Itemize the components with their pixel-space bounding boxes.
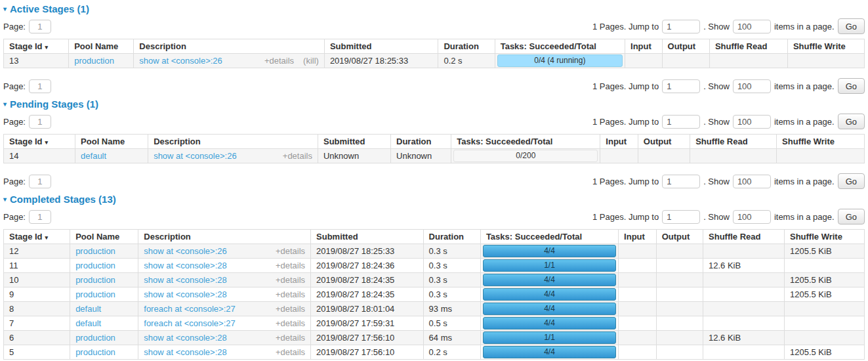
jump-to-page-input[interactable] — [662, 210, 700, 224]
kill-link[interactable]: (kill) — [303, 56, 319, 66]
stage-description-link[interactable]: show at <console>:26 — [154, 151, 236, 161]
page-number-input[interactable] — [29, 175, 51, 188]
jump-to-page-input[interactable] — [662, 20, 700, 33]
input-cell — [619, 345, 657, 360]
pool-name-link[interactable]: production — [74, 56, 114, 66]
stage-description-link[interactable]: show at <console>:28 — [144, 333, 226, 343]
column-header-submitted[interactable]: Submitted — [311, 230, 424, 244]
column-header-duration[interactable]: Duration — [423, 230, 480, 244]
column-header-duration[interactable]: Duration — [438, 39, 495, 54]
go-button[interactable]: Go — [838, 114, 865, 129]
task-progress-bar: 4/4 — [483, 303, 616, 315]
column-header-stage-id[interactable]: Stage Id▾ — [4, 39, 69, 54]
pool-name-link[interactable]: default — [75, 304, 101, 314]
column-header-input[interactable]: Input — [600, 135, 638, 149]
stage-description-link[interactable]: show at <console>:28 — [144, 347, 226, 357]
jump-to-page-input[interactable] — [662, 115, 700, 129]
description-actions: +details — [276, 275, 305, 285]
column-header-shuffle-write[interactable]: Shuffle Write — [784, 230, 864, 244]
stage-description-link[interactable]: foreach at <console>:27 — [144, 318, 236, 328]
pagination-row: Page: 1 Pages. Jump to . Show items in a… — [3, 114, 865, 129]
go-button[interactable]: Go — [838, 18, 865, 34]
jump-to-page-input[interactable] — [662, 79, 700, 93]
items-per-page-input[interactable] — [733, 79, 771, 93]
jump-to-page-input[interactable] — [662, 175, 700, 188]
column-header-submitted[interactable]: Submitted — [324, 39, 438, 54]
details-toggle[interactable]: +details — [264, 56, 294, 66]
pool-name-link[interactable]: production — [75, 347, 115, 357]
pool-name-link[interactable]: production — [75, 246, 115, 256]
details-toggle[interactable]: +details — [276, 275, 305, 285]
column-header-pool-name[interactable]: Pool Name — [75, 135, 148, 149]
column-header-output[interactable]: Output — [656, 230, 703, 244]
details-toggle[interactable]: +details — [276, 289, 305, 299]
column-header-input[interactable]: Input — [625, 39, 663, 54]
items-per-page-input[interactable] — [733, 115, 771, 129]
stage-description-link[interactable]: show at <console>:28 — [144, 289, 226, 299]
column-header-input[interactable]: Input — [619, 230, 657, 244]
details-toggle[interactable]: +details — [276, 333, 305, 343]
column-header-description[interactable]: Description — [138, 230, 311, 244]
pool-name-link[interactable]: production — [75, 289, 115, 299]
column-header-pool-name[interactable]: Pool Name — [69, 39, 134, 54]
column-header-stage-id[interactable]: Stage Id▾ — [4, 230, 70, 244]
column-header-shuffle-read[interactable]: Shuffle Read — [709, 39, 787, 54]
page-number-input[interactable] — [29, 20, 51, 33]
pool-name-link[interactable]: production — [75, 275, 115, 285]
collapse-arrow-icon: ▾ — [3, 100, 7, 108]
pool-name-link[interactable]: default — [75, 318, 101, 328]
column-header-tasks-succeeded-total[interactable]: Tasks: Succeeded/Total — [480, 230, 618, 244]
stage-description-link[interactable]: show at <console>:28 — [144, 275, 226, 285]
items-per-page-input[interactable] — [733, 20, 771, 33]
pool-name-cell: production — [70, 287, 138, 302]
details-toggle[interactable]: +details — [276, 304, 305, 314]
page-number-input[interactable] — [29, 79, 51, 93]
column-header-description[interactable]: Description — [134, 39, 325, 54]
details-toggle[interactable]: +details — [276, 318, 305, 328]
go-button[interactable]: Go — [838, 78, 865, 94]
pool-name-link[interactable]: production — [75, 333, 115, 343]
page-number-input[interactable] — [29, 210, 51, 224]
column-header-shuffle-write[interactable]: Shuffle Write — [787, 39, 864, 54]
tasks-cell: 4/4 — [480, 316, 618, 331]
column-header-tasks-succeeded-total[interactable]: Tasks: Succeeded/Total — [495, 39, 625, 54]
active-stages-title: ▾ Active Stages (1) — [3, 3, 865, 14]
pending-stages-toggle[interactable]: Pending Stages (1) — [10, 98, 98, 110]
submitted-cell: 2019/08/27 18:24:35 — [311, 273, 424, 287]
pool-name-link[interactable]: default — [81, 151, 106, 161]
details-toggle[interactable]: +details — [276, 246, 305, 256]
completed-stages-toggle[interactable]: Completed Stages (13) — [10, 194, 116, 205]
column-header-output[interactable]: Output — [662, 39, 709, 54]
items-per-page-input[interactable] — [733, 210, 771, 224]
column-header-output[interactable]: Output — [638, 135, 690, 149]
stage-description-link[interactable]: show at <console>:26 — [144, 246, 226, 256]
column-header-pool-name[interactable]: Pool Name — [70, 230, 138, 244]
column-header-shuffle-write[interactable]: Shuffle Write — [777, 135, 865, 149]
page-label: Page: — [3, 22, 26, 32]
go-button[interactable]: Go — [838, 173, 865, 189]
stage-description-link[interactable]: show at <console>:26 — [139, 56, 222, 66]
output-cell — [656, 331, 703, 345]
column-header-shuffle-read[interactable]: Shuffle Read — [703, 230, 785, 244]
column-header-duration[interactable]: Duration — [391, 135, 451, 149]
column-header-tasks-succeeded-total[interactable]: Tasks: Succeeded/Total — [451, 135, 600, 149]
active-stages-toggle[interactable]: Active Stages (1) — [10, 3, 89, 14]
column-header-submitted[interactable]: Submitted — [318, 135, 390, 149]
details-toggle[interactable]: +details — [283, 151, 312, 161]
column-header-description[interactable]: Description — [148, 135, 318, 149]
shuffle-read-cell — [703, 302, 785, 316]
column-header-shuffle-read[interactable]: Shuffle Read — [690, 135, 777, 149]
table-header-row: Stage Id▾Pool NameDescriptionSubmittedDu… — [4, 135, 865, 149]
pool-name-link[interactable]: production — [75, 261, 115, 270]
go-button[interactable]: Go — [838, 209, 865, 224]
stage-description-link[interactable]: show at <console>:28 — [144, 261, 226, 270]
page-number-input[interactable] — [29, 115, 51, 129]
items-per-page-input[interactable] — [733, 175, 771, 188]
submitted-cell: 2019/08/27 18:01:04 — [311, 302, 424, 316]
stage-description-link[interactable]: foreach at <console>:27 — [144, 304, 236, 314]
pagination-row: Page: 1 Pages. Jump to . Show items in a… — [3, 78, 865, 94]
details-toggle[interactable]: +details — [276, 261, 305, 270]
details-toggle[interactable]: +details — [276, 347, 305, 357]
stage-id-cell: 13 — [4, 54, 69, 68]
column-header-stage-id[interactable]: Stage Id▾ — [4, 135, 75, 149]
